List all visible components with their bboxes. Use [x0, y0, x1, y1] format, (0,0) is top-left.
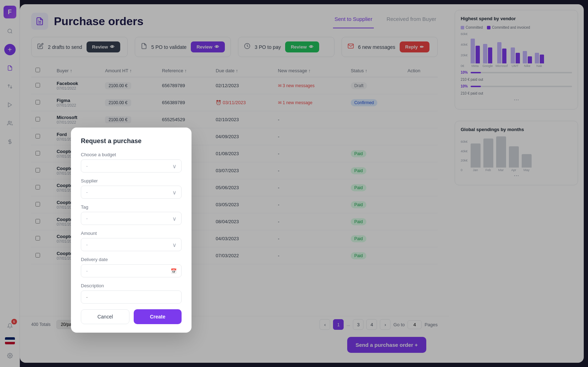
tag-field: Tag - — [81, 204, 182, 225]
request-purchase-modal: Request a purchase Choose a budget - Sup… — [71, 128, 192, 333]
description-input[interactable] — [81, 290, 182, 304]
description-field: Description — [81, 283, 182, 304]
delivery-date-field: Delivery date - 📅 — [81, 257, 182, 277]
amount-field: Amount - — [81, 231, 182, 251]
budget-select[interactable]: - — [81, 159, 182, 173]
budget-value: - — [86, 163, 88, 169]
budget-field: Choose a budget - — [81, 152, 182, 173]
supplier-field: Supplier - — [81, 178, 182, 199]
amount-value: - — [86, 242, 88, 247]
supplier-value: - — [86, 190, 88, 195]
modal-title: Request a purchase — [81, 137, 182, 145]
tag-select[interactable]: - — [81, 212, 182, 225]
delivery-date-wrapper: - 📅 — [81, 264, 182, 277]
budget-label: Choose a budget — [81, 152, 182, 157]
amount-label: Amount — [81, 231, 182, 236]
tag-value: - — [86, 216, 88, 221]
amount-select[interactable]: - — [81, 238, 182, 251]
budget-select-wrapper: - — [81, 159, 182, 173]
tag-select-wrapper: - — [81, 212, 182, 225]
supplier-select-wrapper: - — [81, 186, 182, 199]
cancel-button[interactable]: Cancel — [81, 309, 129, 324]
supplier-label: Supplier — [81, 178, 182, 184]
tag-label: Tag — [81, 204, 182, 210]
supplier-select[interactable]: - — [81, 186, 182, 199]
calendar-icon: 📅 — [171, 268, 177, 274]
amount-select-wrapper: - — [81, 238, 182, 251]
delivery-date-label: Delivery date — [81, 257, 182, 262]
delivery-date-input[interactable]: - 📅 — [81, 264, 182, 277]
create-button[interactable]: Create — [134, 309, 182, 324]
delivery-date-value: - — [86, 268, 88, 273]
description-label: Description — [81, 283, 182, 288]
modal-buttons: Cancel Create — [81, 309, 182, 324]
modal-overlay: Request a purchase Choose a budget - Sup… — [0, 0, 588, 367]
